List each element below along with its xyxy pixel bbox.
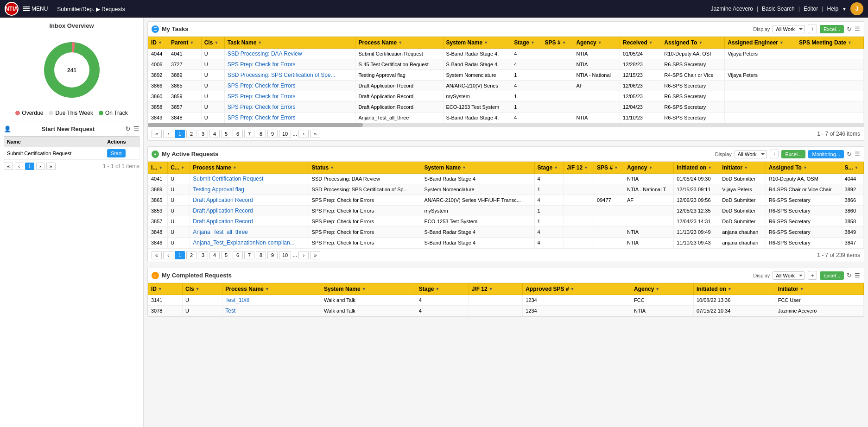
active-pg-last[interactable]: »: [310, 251, 320, 259]
active-process-link[interactable]: Draft Application Record: [193, 207, 253, 214]
active-excel-btn[interactable]: Excel...: [781, 150, 805, 158]
tasks-pg-7[interactable]: 7: [244, 130, 254, 138]
editor-link[interactable]: Editor: [804, 6, 818, 12]
active-process-link[interactable]: Draft Application Record: [193, 218, 253, 225]
task-name-link[interactable]: SPS Prep: Check for Errors: [228, 114, 296, 121]
active-process-link[interactable]: Testing Approval flag: [193, 186, 244, 193]
active-pg-8[interactable]: 8: [256, 251, 266, 259]
task-assigned: R10-Deputy AA, OSI: [661, 49, 725, 59]
active-pg-2[interactable]: 2: [186, 251, 196, 259]
tasks-pg-8[interactable]: 8: [256, 130, 266, 138]
tasks-pg-6[interactable]: 6: [233, 130, 243, 138]
active-pg-1[interactable]: 1: [175, 251, 185, 259]
snr-pg-prev-prev[interactable]: «: [4, 163, 13, 170]
tasks-pg-prev[interactable]: ‹: [163, 130, 173, 138]
task-name-link[interactable]: SPS Prep: Check for Errors: [228, 93, 296, 100]
task-system: S-Band Radar Stage 4.: [443, 49, 511, 59]
tasks-pg-5[interactable]: 5: [221, 130, 231, 138]
active-process-link[interactable]: Submit Certification Request: [193, 176, 263, 182]
completed-system: Walk and Talk: [321, 295, 416, 306]
active-pg-next[interactable]: ›: [298, 251, 309, 259]
table-row: 3889 U Testing Approval flag SSD Process…: [148, 184, 864, 195]
active-pg-4[interactable]: 4: [209, 251, 220, 259]
completed-approved-sps: 1234: [523, 306, 631, 316]
task-name-link[interactable]: SSD Processing: SPS Certification of Spe…: [228, 72, 336, 78]
task-name-link[interactable]: SSD Processing: DAA Review: [228, 50, 302, 57]
tasks-pg-2[interactable]: 2: [186, 130, 196, 138]
active-pg-first[interactable]: «: [152, 251, 162, 259]
active-col-j-f-12: J/F 12▼: [564, 162, 594, 174]
active-refresh-icon[interactable]: ↻: [847, 151, 852, 157]
active-pg-10[interactable]: 10: [279, 251, 291, 259]
active-process: Draft Application Record: [190, 206, 309, 216]
tasks-display-select[interactable]: All Work My Work: [773, 25, 805, 33]
completed-menu-dots[interactable]: ☰: [855, 272, 860, 279]
snr-title: Start New Request: [42, 126, 95, 132]
snr-pg-prev[interactable]: ‹: [15, 163, 23, 170]
active-pg-6[interactable]: 6: [233, 251, 243, 259]
legend: Overdue Due This Week On Track: [15, 110, 127, 116]
tasks-excel-btn[interactable]: Excel...: [820, 25, 844, 33]
completed-process-link[interactable]: Test: [225, 308, 235, 314]
active-plus-btn[interactable]: +: [770, 150, 779, 158]
active-id: 3848: [148, 227, 168, 238]
completed-excel-btn[interactable]: Excel...: [820, 271, 844, 280]
task-sps: [542, 91, 573, 102]
active-pg-5[interactable]: 5: [221, 251, 231, 259]
active-process-link[interactable]: Anjana_Test_all_three: [193, 229, 248, 235]
completed-process-link[interactable]: Test_10/8: [225, 297, 249, 303]
task-name-link[interactable]: SPS Prep: Check for Errors: [228, 104, 296, 110]
tasks-pg-3[interactable]: 3: [198, 130, 208, 138]
menu-button[interactable]: MENU: [23, 6, 48, 12]
task-id: 3866: [148, 81, 168, 91]
active-pg-9[interactable]: 9: [267, 251, 278, 259]
table-row: 3141 U Test_10/8 Walk and Talk 4 1234 FC…: [148, 295, 864, 306]
task-name-link[interactable]: SPS Prep: Check for Errors: [228, 61, 296, 68]
tasks-pg-first[interactable]: «: [152, 130, 162, 138]
legend-overdue: Overdue: [15, 110, 43, 116]
snr-pg-next-next[interactable]: »: [46, 163, 56, 170]
tasks-menu-dots[interactable]: ☰: [855, 25, 860, 32]
active-monitoring-btn[interactable]: Monitoring...: [808, 150, 844, 158]
snr-refresh-btn[interactable]: ↻: [125, 125, 131, 132]
start-btn[interactable]: Start: [107, 149, 125, 157]
task-name-link[interactable]: SPS Prep: Check for Errors: [228, 82, 296, 89]
active-pg-3[interactable]: 3: [198, 251, 208, 259]
task-stage: 4: [511, 113, 542, 123]
active-display-select[interactable]: All Work My Work: [735, 150, 767, 158]
user-name-link[interactable]: Jazmine Acevero: [711, 6, 753, 12]
tasks-pg-4[interactable]: 4: [209, 130, 220, 138]
completed-cls: U: [183, 295, 222, 306]
active-initiated: 01/05/24 09:30: [674, 174, 719, 184]
tasks-pg-next[interactable]: ›: [298, 130, 309, 138]
active-id: 3846: [148, 238, 168, 248]
active-process-link[interactable]: Draft Application Record: [193, 197, 253, 203]
tasks-pg-9[interactable]: 9: [267, 130, 278, 138]
snr-pg-1[interactable]: 1: [25, 163, 34, 170]
user-avatar[interactable]: J: [850, 2, 863, 15]
active-menu-dots[interactable]: ☰: [855, 151, 860, 157]
active-initiated: 12/05/23 12:35: [674, 206, 719, 216]
tasks-refresh-icon[interactable]: ↻: [847, 25, 852, 32]
active-status: SSD Processing: DAA Review: [309, 174, 421, 184]
tasks-pg-10[interactable]: 10: [279, 130, 291, 138]
completed-display-select[interactable]: All Work My Work: [773, 271, 805, 280]
tasks-scrollbar[interactable]: [148, 123, 864, 127]
completed-plus-btn[interactable]: +: [808, 271, 817, 280]
basic-search-link[interactable]: Basic Search: [762, 6, 795, 12]
tasks-plus-btn[interactable]: +: [808, 25, 817, 33]
active-pg-7[interactable]: 7: [244, 251, 254, 259]
snr-col-name: Name: [4, 137, 104, 147]
completed-refresh-icon[interactable]: ↻: [847, 272, 852, 279]
active-process-link[interactable]: Anjana_Test_ExplanationNon-complian...: [193, 239, 294, 246]
svg-text:241: 241: [67, 67, 76, 74]
help-link[interactable]: Help: [827, 6, 838, 12]
snr-pg-next[interactable]: ›: [36, 163, 44, 170]
snr-menu-btn[interactable]: ☰: [133, 125, 139, 132]
tasks-pg-1[interactable]: 1: [175, 130, 185, 138]
task-stage: 1: [511, 91, 542, 102]
active-jf12: [564, 206, 594, 216]
completed-col-process-name: Process Name▼: [222, 283, 321, 295]
tasks-pg-last[interactable]: »: [310, 130, 320, 138]
active-pg-prev[interactable]: ‹: [163, 251, 173, 259]
